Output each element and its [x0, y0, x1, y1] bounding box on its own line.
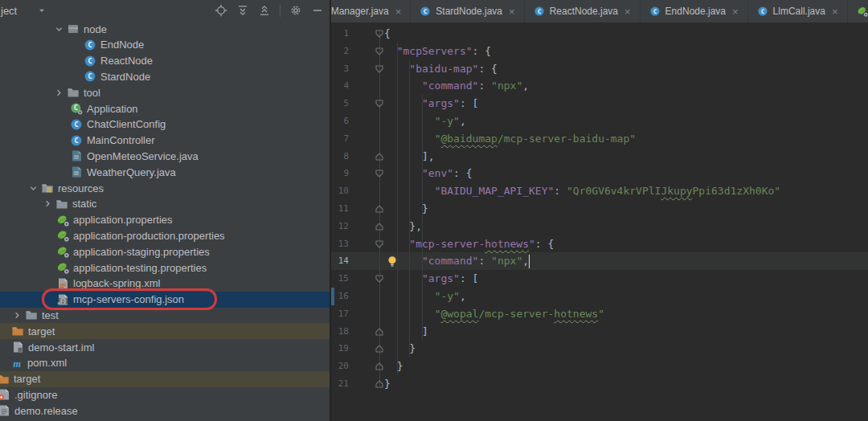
tab-lmanager-java[interactable]: lManager.java×: [331, 0, 411, 22]
spring-file-icon: [56, 214, 69, 227]
code-line-3[interactable]: "baidu-map": {: [384, 60, 497, 78]
tree-item-resources[interactable]: resources: [0, 180, 330, 196]
code-token: :: [478, 255, 491, 267]
tree-item-logback-spring-xml[interactable]: logback-spring.xml: [0, 276, 330, 292]
tree-item-target[interactable]: target: [0, 323, 330, 339]
class-blue-icon: C: [534, 6, 545, 17]
code-line-17[interactable]: "@wopal/mcp-server-hotnews": [384, 305, 604, 323]
code-editor[interactable]: 1{2 "mcpServers": {3 "baidu-map": {4 "co…: [331, 23, 868, 421]
tree-item-tool[interactable]: tool: [0, 84, 330, 100]
tree-item-test[interactable]: test: [0, 307, 330, 323]
spring-file-icon: [56, 261, 69, 274]
tree-item-content: CChatClientConfig: [70, 118, 166, 131]
code-line-7[interactable]: "@baidumap/mcp-server-baidu-map": [384, 130, 636, 148]
tab-applicati[interactable]: applicati: [848, 0, 868, 22]
intention-bulb-icon[interactable]: [386, 255, 399, 268]
code-line-20[interactable]: }: [384, 358, 403, 375]
code-token: @wopal: [440, 308, 478, 320]
gutter-line-number: 11: [331, 200, 349, 218]
spring-file-icon: [56, 245, 69, 258]
tab-llmcall-java[interactable]: CLlmCall.java×: [748, 0, 848, 22]
code-token: },: [384, 220, 422, 232]
code-line-8[interactable]: ],: [384, 148, 435, 166]
expand-chevron-right-icon[interactable]: [42, 198, 54, 210]
tree-item-weatherquery-java[interactable]: WeatherQuery.java: [0, 164, 330, 180]
tree-item-application-testing-properties[interactable]: application-testing.properties: [0, 260, 330, 276]
tree-item-label: pom.xml: [27, 357, 67, 369]
tree-item-chatclientconfig[interactable]: CChatClientConfig: [0, 116, 330, 133]
gutter-line-number: 4: [331, 77, 349, 95]
tree-item-static[interactable]: static: [0, 196, 330, 212]
tab-close-icon[interactable]: ×: [624, 6, 631, 17]
code-line-19[interactable]: }: [384, 340, 416, 358]
tree-item-label: logback-spring.xml: [73, 277, 160, 289]
gutter-line-number: 20: [331, 358, 349, 375]
tab-label: lManager.java: [331, 6, 389, 17]
code-line-2[interactable]: "mcpServers": {: [384, 43, 491, 60]
code-line-15[interactable]: "args": [: [384, 270, 478, 288]
svg-text:C: C: [424, 8, 428, 15]
code-line-1[interactable]: {: [384, 25, 391, 43]
tree-item-reactnode[interactable]: CReactNode: [0, 53, 330, 69]
code-token: :: [478, 80, 491, 92]
code-line-14[interactable]: "command": "npx",: [384, 252, 529, 270]
tree-item-pom-xml[interactable]: mpom.xml: [0, 355, 330, 371]
code-token: : [: [460, 272, 478, 284]
expand-chevron-down-icon[interactable]: [27, 182, 39, 194]
tab-close-icon[interactable]: ×: [395, 6, 402, 17]
gutter-line-number: 9: [331, 165, 349, 182]
code-line-4[interactable]: "command": "npx",: [384, 77, 529, 95]
tree-item-demo-start-iml[interactable]: demo-start.iml: [0, 339, 330, 355]
svg-text:C: C: [653, 8, 657, 15]
tree-item-endnode[interactable]: CEndNode: [0, 37, 330, 53]
code-line-10[interactable]: "BAIDU_MAP_API_KEY": "Qr0GV6v4krVPlIJkup…: [384, 182, 780, 200]
tree-item-target[interactable]: target: [0, 371, 330, 387]
code-token: : {: [478, 63, 497, 75]
svg-text:C: C: [74, 104, 78, 112]
tree-item-label: static: [72, 198, 96, 210]
tab-close-icon[interactable]: ×: [509, 6, 515, 17]
code-token: {: [384, 27, 391, 39]
code-line-12[interactable]: },: [384, 218, 422, 235]
code-line-13[interactable]: "mcp-server-hotnews": {: [384, 235, 554, 253]
code-line-18[interactable]: ]: [384, 323, 428, 341]
tree-item-mcp-servers-config-json[interactable]: {;}mcp-servers-config.json: [0, 292, 330, 308]
tree-item-application-properties[interactable]: application.properties: [0, 212, 330, 228]
tab-endnode-java[interactable]: CEndNode.java×: [641, 0, 748, 22]
tab-close-icon[interactable]: ×: [732, 6, 739, 17]
expand-chevron-right-icon[interactable]: [53, 86, 65, 99]
code-token: hotnews: [554, 308, 598, 320]
tree-item-gitignore[interactable]: .gitignore: [0, 386, 330, 403]
tree-item-application-production-properties[interactable]: application-production.properties: [0, 227, 330, 243]
tree-item-label: EndNode: [100, 39, 144, 51]
java-file-icon: [70, 149, 83, 162]
code-line-9[interactable]: "env": {: [384, 165, 473, 182]
tree-item-application[interactable]: CApplication: [0, 100, 330, 116]
code-token: [384, 45, 397, 57]
tree-item-maincontroller[interactable]: CMainController: [0, 133, 330, 149]
code-line-11[interactable]: }: [384, 200, 428, 218]
gutter-line-number: 21: [331, 375, 349, 393]
code-line-5[interactable]: "args": [: [384, 95, 478, 112]
code-line-21[interactable]: }: [384, 375, 391, 393]
tab-reactnode-java[interactable]: CReactNode.java×: [525, 0, 641, 22]
tab-close-icon[interactable]: ×: [832, 6, 838, 17]
tab-stardnode-java[interactable]: CStardNode.java×: [411, 0, 524, 22]
project-tree: nodeCEndNodeCReactNodeCStardNodetoolCApp…: [0, 0, 330, 421]
code-token: }: [384, 202, 428, 215]
tree-item-demo-release[interactable]: demo.release: [0, 403, 330, 419]
expand-chevron-down-icon[interactable]: [53, 22, 65, 35]
expand-chevron-right-icon[interactable]: [11, 309, 23, 321]
code-token: "command": [422, 255, 478, 267]
tree-item-label: MainController: [87, 134, 155, 146]
tree-item-stardnode[interactable]: CStardNode: [0, 68, 330, 84]
tree-item-openmeteoservice-java[interactable]: OpenMeteoService.java: [0, 148, 330, 164]
tree-item-content: application-testing.properties: [56, 261, 207, 274]
tree-item-application-staging-properties[interactable]: application-staging.properties: [0, 243, 330, 260]
code-line-16[interactable]: "-y",: [384, 288, 466, 305]
code-token: [384, 63, 409, 75]
class-blue-icon: C: [84, 55, 96, 67]
code-line-6[interactable]: "-y",: [384, 112, 466, 130]
code-token: hotnews: [485, 238, 529, 250]
tree-item-node[interactable]: node: [0, 21, 330, 37]
